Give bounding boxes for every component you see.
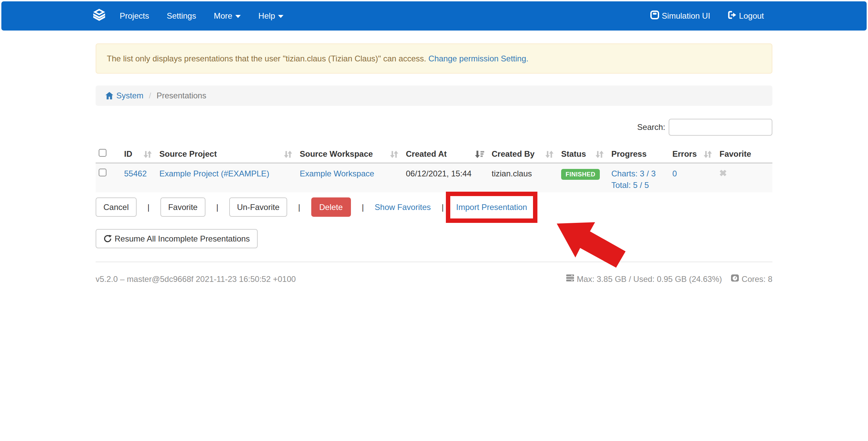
sort-icon: [595, 150, 604, 161]
status-badge: FINISHED: [561, 169, 600, 180]
column-header-progress[interactable]: Progress: [607, 146, 668, 163]
column-header-created-by[interactable]: Created By: [487, 146, 556, 163]
column-header-favorite: Favorite: [715, 146, 772, 163]
row-source-project-link[interactable]: Example Project (#EXAMPLE): [159, 169, 269, 178]
separator: |: [362, 203, 364, 212]
breadcrumb-separator: /: [149, 90, 151, 101]
column-header-created-at[interactable]: Created At: [401, 146, 487, 163]
cores-gauge-icon: [731, 273, 739, 285]
table-header-row: ID Source Project Source Workspace Creat…: [96, 146, 772, 163]
row-checkbox[interactable]: [99, 169, 106, 176]
memory-icon: [566, 273, 574, 285]
breadcrumb-current: Presentations: [157, 90, 206, 101]
home-icon: [105, 92, 113, 99]
column-header-source-project[interactable]: Source Project: [155, 146, 295, 163]
presentations-table: ID Source Project Source Workspace Creat…: [96, 146, 772, 192]
separator: |: [147, 203, 150, 212]
alert-text: The list only displays presentations tha…: [107, 54, 429, 63]
permission-alert: The list only displays presentations tha…: [96, 43, 772, 74]
separator: |: [298, 203, 300, 212]
column-header-source-workspace[interactable]: Source Workspace: [295, 146, 401, 163]
footer: v5.2.0 – master@5dc9668f 2021-11-23 16:5…: [96, 273, 772, 285]
refresh-icon: [103, 234, 112, 243]
actions-row: Cancel | Favorite | Un-Favorite | Delete…: [96, 197, 772, 217]
favorite-button[interactable]: Favorite: [160, 197, 205, 217]
row-source-workspace-link[interactable]: Example Workspace: [300, 169, 374, 178]
row-errors-link[interactable]: 0: [672, 169, 677, 178]
show-favorites-link[interactable]: Show Favorites: [375, 203, 431, 212]
sort-icon: [284, 150, 292, 161]
delete-button[interactable]: Delete: [311, 197, 351, 217]
memory-text: Max: 3.85 GB / Used: 0.95 GB (24.63%): [577, 273, 722, 285]
divider: [96, 262, 772, 262]
column-header-errors[interactable]: Errors: [668, 146, 715, 163]
sort-icon: [390, 150, 398, 161]
search-label: Search:: [637, 122, 665, 132]
version-text: v5.2.0 – master@5dc9668f 2021-11-23 16:5…: [96, 273, 296, 285]
progress-charts-link[interactable]: Charts: 3 / 3: [611, 169, 656, 178]
sort-icon: [704, 150, 712, 161]
sort-icon: [143, 150, 152, 161]
separator: |: [216, 203, 218, 212]
cores-text: Cores: 8: [742, 273, 772, 285]
resume-all-button[interactable]: Resume All Incomplete Presentations: [96, 229, 258, 248]
sort-desc-icon: [475, 150, 484, 161]
sort-icon: [545, 150, 554, 161]
table-row: 55462 Example Project (#EXAMPLE) Example…: [96, 163, 772, 193]
favorite-x-icon[interactable]: [719, 169, 727, 178]
column-header-status[interactable]: Status: [556, 146, 607, 163]
column-header-id[interactable]: ID: [119, 146, 155, 163]
progress-total-link[interactable]: Total: 5 / 5: [611, 180, 649, 190]
import-presentation-link[interactable]: Import Presentation: [456, 203, 527, 212]
search-input[interactable]: [669, 119, 772, 136]
row-created-at: 06/12/2021, 15:44: [406, 169, 472, 178]
annotation-highlight-box: Import Presentation: [446, 192, 537, 223]
unfavorite-button[interactable]: Un-Favorite: [229, 197, 287, 217]
breadcrumb: System / Presentations: [96, 85, 772, 106]
select-all-checkbox[interactable]: [99, 149, 106, 157]
change-permission-link[interactable]: Change permission Setting.: [429, 54, 529, 63]
cancel-button[interactable]: Cancel: [96, 197, 137, 217]
breadcrumb-system-link[interactable]: System: [116, 90, 143, 101]
separator: |: [442, 203, 444, 212]
row-id-link[interactable]: 55462: [124, 169, 147, 178]
row-created-by: tizian.claus: [492, 169, 532, 178]
